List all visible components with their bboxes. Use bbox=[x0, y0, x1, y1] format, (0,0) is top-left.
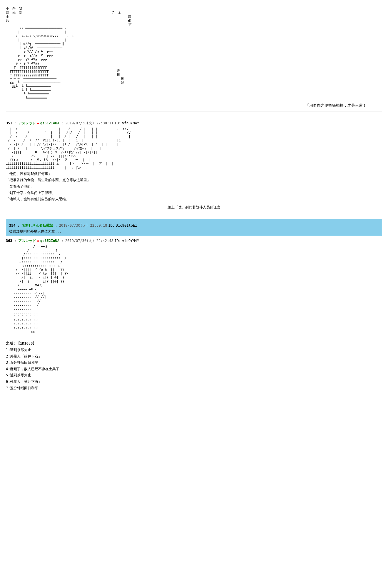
post-354-idlabel: ID: bbox=[108, 223, 115, 228]
small-dot-1: . bbox=[6, 114, 382, 118]
small-dot-2: . bbox=[6, 212, 382, 216]
post-351-idcode: qs6E2IоUA bbox=[40, 121, 59, 126]
after-item-1: 1:遭到杀尽为止 bbox=[6, 347, 382, 353]
ascii-art-section-2: | / | | / / | | | . :\V | / / | ' | | /|… bbox=[6, 127, 382, 170]
ascii-art-section-3: / ==≡≡ミ /,,,:::..... ミ /::::::::::::::: … bbox=[6, 245, 382, 338]
after-item-4: 4:麻烦了，敌人已经不存在士兵了 bbox=[6, 366, 382, 372]
post-354-header: 354 ： 名無しさん＠転載禁 ： 2019/07/30(火) 22:39:18… bbox=[9, 223, 379, 228]
after-item-2: 2:外星人「落井下石」 bbox=[6, 353, 382, 360]
post-351-sep2: ： bbox=[61, 121, 64, 126]
post-351-sep1: ： bbox=[14, 121, 17, 126]
post-351-diamond: ◆ bbox=[37, 121, 39, 126]
post-363-sep1: ： bbox=[14, 238, 17, 243]
post-354-number: 354 bbox=[9, 223, 16, 228]
post-351-idvalue: vfnOYM4Y bbox=[122, 121, 139, 126]
quote-line-2: 「把准备好的食物、能生吃的东西、点心等放进嘴里」 bbox=[6, 177, 382, 183]
post-354-date: 2019/07/30(火) 22:39:18 bbox=[59, 223, 107, 228]
post-354-content: 被强加规则的外星人也值为难... bbox=[9, 229, 379, 234]
after-item-3: 3:五分钟后回归和平 bbox=[6, 360, 382, 366]
post-363-number: 363 bbox=[6, 238, 12, 243]
after-title: 之后：【1D10:8】 bbox=[6, 340, 382, 347]
post-354-name: 名無しさん＠転載禁 bbox=[21, 223, 53, 228]
quote-1: 「用血肉之躯挥舞棍棒，才是王道！」 bbox=[6, 103, 370, 108]
after-item-7: 7:五分钟后回归和平 bbox=[6, 385, 382, 392]
post-351-header: 351 ： アスレッド ◆qs6E2IоUA ： 2019/07/30(火) 2… bbox=[6, 121, 382, 126]
ascii-art-top: 全 杀 我 部 光 要 了 全 士 部 兵 都 bbox=[6, 3, 382, 100]
post-363-idvalue: vfnOYM4Y bbox=[122, 238, 139, 243]
ascii-art-section-1: 全 杀 我 部 光 要 了 全 士 部 兵 都 bbox=[6, 3, 382, 100]
post-351-idlabel: ID: bbox=[115, 121, 121, 126]
post-363-date: 2019/07/30(火) 22:42:48 bbox=[65, 238, 113, 243]
after-item-5: 5:遭到杀尽为止 bbox=[6, 372, 382, 379]
ascii-art-mech: / ==≡≡ミ /,,,:::..... ミ /::::::::::::::: … bbox=[6, 245, 382, 338]
quote-line-5: 「地球人，也许有他们自己的杀人思维」 bbox=[6, 196, 382, 203]
after-item-6: 6:外星人「落井下石」 bbox=[6, 379, 382, 385]
post-354-sep1: ： bbox=[17, 223, 20, 228]
ascii-art-figure: | / | | / / | | | . :\V | / / | ' | | /|… bbox=[6, 127, 382, 170]
post-351-content: 「他们」没有对我做任何事」 「把准备好的食物、能生吃的东西、点心等放进嘴里」 「… bbox=[6, 171, 382, 203]
divider-1 bbox=[6, 111, 382, 111]
post-363-diamond: ◆ bbox=[37, 238, 39, 243]
post-351-name: アスレッド bbox=[18, 121, 36, 126]
post-363-sep2: ： bbox=[61, 238, 64, 243]
centered-label: 舰上「仗」剩的非战斗人员的证言 bbox=[6, 205, 382, 210]
post-363-idcode: qs6E2IоUA bbox=[40, 238, 59, 243]
quote-line-4: 「划了十字，合掌闭上了眼睛」 bbox=[6, 190, 382, 196]
post-354-sep2: ： bbox=[54, 223, 58, 228]
after-section: 之后：【1D10:8】 1:遭到杀尽为止 2:外星人「落井下石」 3:五分钟后回… bbox=[6, 340, 382, 391]
post-363-idlabel: ID: bbox=[115, 238, 121, 243]
post-354-idvalue: Dic9e1loEz bbox=[116, 223, 137, 228]
post-363-header: 363 ： アスレッド ◆qs6E2IоUA ： 2019/07/30(火) 2… bbox=[6, 238, 382, 243]
post-363-name: アスレッド bbox=[18, 238, 36, 243]
quote-line-3: 「笑着杀了他们」 bbox=[6, 183, 382, 190]
post-351-number: 351 bbox=[6, 121, 12, 126]
post-351-date: 2019/07/30(火) 22:38:11 bbox=[65, 121, 113, 126]
post-354-box: 354 ： 名無しさん＠転載禁 ： 2019/07/30(火) 22:39:18… bbox=[6, 219, 382, 236]
quote-line-1: 「他们」没有对我做任何事」 bbox=[6, 171, 382, 177]
